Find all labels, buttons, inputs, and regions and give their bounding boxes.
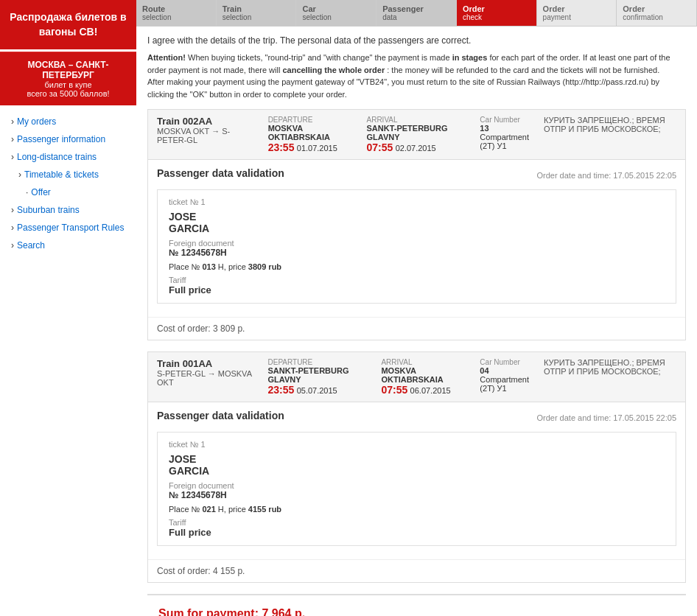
order-date-2: Order date and time: 17.05.2015 22:05 xyxy=(536,413,676,422)
sidebar-item-timetable[interactable]: ›Timetable & tickets xyxy=(0,166,136,183)
step-order-check-title: Order xyxy=(463,4,530,13)
attention-bold: in stages xyxy=(452,53,488,62)
step-car: Car selection xyxy=(296,0,376,26)
arrival-time-1: 07:55 xyxy=(366,141,393,153)
arrival-2: Arrival MOSKVA OKTIABRSKAIA 07:55 06.07.… xyxy=(381,358,465,396)
place-type-2-1: H xyxy=(218,505,224,514)
place-info-1-1: Place № 013 H, price 3809 rub xyxy=(169,262,665,271)
sidebar: Распродажа билетов в вагоны СВ! МОСКВА –… xyxy=(0,0,136,616)
doc-type-2-1: Foreign document xyxy=(169,481,665,490)
validation-title-1: Passenger data validation xyxy=(157,167,284,179)
sidebar-nav: ›My orders ›Passenger information ›Long-… xyxy=(0,105,136,262)
sum-section: Sum for payment: 7 964 p. xyxy=(147,594,686,616)
arrival-date-1: 02.07.2015 xyxy=(396,144,436,153)
sidebar-promo-route: МОСКВА – САНКТ-ПЕТЕРБУРГ xyxy=(7,60,129,80)
sidebar-item-offer[interactable]: ·Offer xyxy=(0,183,136,201)
price-label-1-1: price xyxy=(228,262,246,271)
place-label-2-1: Place № xyxy=(169,505,200,514)
train-notes-1: КУРИТЬ ЗАПРЕЩЕНО.; ВРЕМЯ ОТПР И ПРИБ МОС… xyxy=(544,116,676,133)
sidebar-promo-detail[interactable]: МОСКВА – САНКТ-ПЕТЕРБУРГ билет в купе вс… xyxy=(0,52,136,105)
attention-text3: : the money will be refunded to the card… xyxy=(387,66,659,74)
progress-bar: Route selection Train selection Car sele… xyxy=(136,0,697,27)
order-header-2: Train 001AA S-PETER-GL → MOSKVA OKT Depa… xyxy=(148,352,685,402)
car-number-1: 13 xyxy=(480,124,529,133)
my-orders-link[interactable]: My orders xyxy=(17,116,56,127)
order-header-1: Train 002AA MOSKVA OKT → S-PETER-GL Depa… xyxy=(148,110,685,160)
tariff-label-1-1: Tariff xyxy=(169,276,665,284)
place-info-2-1: Place № 021 H, price 4155 rub xyxy=(169,505,665,514)
departure-date-2: 05.07.2015 xyxy=(297,386,337,395)
car-number-2: 04 xyxy=(480,366,529,375)
doc-number-1-1: № 12345678H xyxy=(169,248,665,258)
validation-title-2: Passenger data validation xyxy=(157,410,284,421)
step-route-sub: selection xyxy=(142,13,210,21)
car-label-1: Car Number xyxy=(480,116,529,124)
suburban-link[interactable]: Suburban trains xyxy=(17,205,80,215)
place-label-1-1: Place № xyxy=(169,262,200,271)
passenger-info-link[interactable]: Passenger information xyxy=(17,134,105,144)
sidebar-item-long-distance[interactable]: ›Long-distance trains xyxy=(0,148,136,166)
order-date-row-1: Passenger data validation Order date and… xyxy=(157,167,676,183)
search-link[interactable]: Search xyxy=(17,240,45,251)
sidebar-promo-sub: билет в купе xyxy=(7,80,129,89)
departure-2: Departure SANKT-PETERBURG GLAVNY 23:55 0… xyxy=(268,358,367,396)
passenger-lastname-1-1: GARCIA xyxy=(169,223,665,234)
sidebar-item-my-orders[interactable]: ›My orders xyxy=(0,113,136,130)
step-order-payment-sub: payment xyxy=(543,13,611,21)
ticket-block-1-1: ticket № 1 JOSE GARCIA Foreign document … xyxy=(157,189,676,304)
timetable-link[interactable]: Timetable & tickets xyxy=(24,169,99,180)
step-car-sub: selection xyxy=(302,13,370,21)
arrival-label-2: Arrival xyxy=(381,358,465,366)
cost-row-2: Cost of order: 4 155 p. xyxy=(148,559,685,582)
sidebar-item-suburban[interactable]: ›Suburban trains xyxy=(0,201,136,219)
cost-label-2: Cost of order: xyxy=(157,566,211,576)
sum-value: 7 964 p. xyxy=(262,607,305,616)
order-date-row-2: Passenger data validation Order date and… xyxy=(157,410,676,426)
arrival-1: Arrival SANKT-PETERBURG GLAVNY 07:55 02.… xyxy=(366,116,465,153)
departure-time-2: 23:55 xyxy=(268,384,295,396)
arrival-label-1: Arrival xyxy=(366,116,465,124)
step-order-confirmation: Order confirmation xyxy=(617,0,697,26)
place-type-1-1: H xyxy=(218,262,224,271)
transport-rules-link[interactable]: Passenger Transport Rules xyxy=(17,223,124,233)
doc-type-1-1: Foreign document xyxy=(169,239,665,248)
tariff-label-2-1: Tariff xyxy=(169,518,665,527)
step-train: Train selection xyxy=(217,0,297,26)
train-info-2: Train 001AA S-PETER-GL → MOSKVA OKT xyxy=(157,358,253,387)
offer-link[interactable]: Offer xyxy=(31,187,50,197)
validation-section-1: Passenger data validation Order date and… xyxy=(148,160,685,317)
departure-station-2: SANKT-PETERBURG GLAVNY xyxy=(268,366,367,384)
arrival-date-2: 06.07.2015 xyxy=(410,386,451,395)
step-order-payment: Order payment xyxy=(537,0,617,26)
departure-label-1: Departure xyxy=(268,116,352,124)
train-route-1: MOSKVA OKT → S-PETER-GL xyxy=(157,127,253,144)
sidebar-item-passenger-info[interactable]: ›Passenger information xyxy=(0,130,136,148)
sidebar-item-transport-rules[interactable]: ›Passenger Transport Rules xyxy=(0,219,136,237)
long-distance-link[interactable]: Long-distance trains xyxy=(17,152,97,162)
tariff-value-2-1: Full price xyxy=(169,527,665,538)
sum-label: Sum for payment: xyxy=(158,607,259,616)
train-info-1: Train 002AA MOSKVA OKT → S-PETER-GL xyxy=(157,116,253,144)
car-info-1: Car Number 13 Compartment (2T) У1 xyxy=(480,116,529,150)
compartment-label-2: Compartment xyxy=(480,375,529,384)
departure-label-2: Departure xyxy=(268,358,367,366)
sidebar-promo-title: Распродажа билетов в вагоны СВ! xyxy=(10,11,126,38)
passenger-lastname-2-1: GARCIA xyxy=(169,465,665,477)
cost-value-1: 3 809 p. xyxy=(213,323,245,334)
step-passenger-title: Passenger xyxy=(382,4,450,13)
place-number-2-1: 021 xyxy=(202,505,215,514)
sidebar-item-search[interactable]: ›Search xyxy=(0,237,136,254)
compartment-value-2: (2T) У1 xyxy=(480,384,529,393)
step-order-confirmation-sub: confirmation xyxy=(623,13,690,21)
tariff-value-1-1: Full price xyxy=(169,284,665,295)
attention-box: Attention! When buying tickets, "round-t… xyxy=(147,52,686,100)
passenger-firstname-1-1: JOSE xyxy=(169,211,665,223)
step-order-payment-title: Order xyxy=(543,4,611,13)
step-passenger-sub: data xyxy=(382,13,450,21)
sidebar-promo-banner[interactable]: Распродажа билетов в вагоны СВ! xyxy=(0,0,136,49)
sidebar-promo-price: всего за 5000 баллов! xyxy=(7,89,129,98)
departure-time-1: 23:55 xyxy=(268,141,295,153)
price-value-1-1: 3809 rub xyxy=(248,262,281,271)
sum-total: Sum for payment: 7 964 p. xyxy=(158,607,675,616)
cost-value-2: 4 155 p. xyxy=(213,566,245,576)
